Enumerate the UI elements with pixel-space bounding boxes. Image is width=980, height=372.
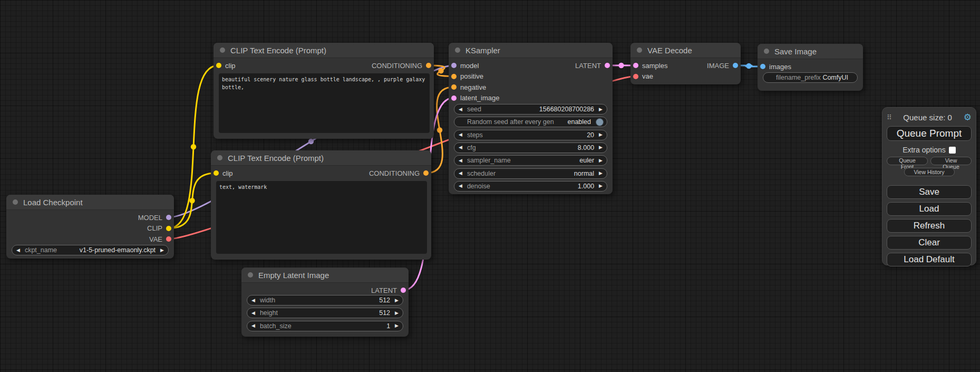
decrement-arrow-icon[interactable]: ◀: [251, 323, 255, 328]
ksampler-widget-seed[interactable]: ◀seed156680208700286▶: [454, 104, 607, 115]
output-port-icon[interactable]: [605, 63, 610, 68]
ksampler-input-model[interactable]: model: [451, 60, 479, 71]
node-ksampler[interactable]: KSamplermodelpositivenegativelatent_imag…: [449, 43, 613, 194]
vae-decode-input-vae[interactable]: vae: [633, 71, 653, 82]
comfyui-canvas[interactable]: { "colors": { "model": "#B39DDB", "clip"…: [0, 0, 980, 372]
output-port-icon[interactable]: [401, 288, 406, 293]
view-history-button[interactable]: View History: [904, 168, 955, 176]
node-save-image[interactable]: Save Imageimagesfilename_prefixComfyUI: [758, 44, 863, 91]
ksampler-widget-cfg[interactable]: ◀cfg8.000▶: [454, 142, 607, 153]
ksampler-widget-scheduler[interactable]: ◀schedulernormal▶: [454, 168, 607, 179]
load-checkpoint-widget-ckpt_name[interactable]: ◀ckpt_namev1-5-pruned-emaonly.ckpt▶: [12, 245, 169, 255]
ksampler-output-LATENT[interactable]: LATENT: [575, 60, 610, 71]
node-title-bar[interactable]: VAE Decode: [630, 43, 741, 58]
decrement-arrow-icon[interactable]: ◀: [16, 248, 20, 253]
clip-encode-positive-input-clip[interactable]: clip: [216, 60, 236, 71]
decrement-arrow-icon[interactable]: ◀: [459, 132, 462, 137]
prompt-textarea[interactable]: text, watermark: [216, 181, 427, 254]
clip-encode-negative-input-clip[interactable]: clip: [214, 168, 233, 178]
view-queue-button[interactable]: View Queue: [930, 157, 972, 165]
empty-latent-widget-width[interactable]: ◀width512▶: [247, 295, 403, 306]
drag-handle-icon[interactable]: ⠿: [887, 114, 892, 121]
clip-encode-positive-output-CONDITIONING[interactable]: CONDITIONING: [372, 60, 431, 71]
collapse-dot-icon[interactable]: [220, 47, 225, 53]
node-empty-latent[interactable]: Empty Latent ImageLATENT◀width512▶◀heigh…: [241, 268, 409, 337]
input-port-icon[interactable]: [633, 74, 638, 79]
load-button[interactable]: Load: [887, 202, 972, 216]
node-title-bar[interactable]: Empty Latent Image: [241, 268, 409, 283]
gear-icon[interactable]: ⚙: [964, 113, 972, 122]
clip-encode-negative-output-CONDITIONING[interactable]: CONDITIONING: [369, 168, 429, 178]
ksampler-widget-steps[interactable]: ◀steps20▶: [454, 130, 607, 140]
output-port-icon[interactable]: [423, 170, 429, 176]
node-title-bar[interactable]: CLIP Text Encode (Prompt): [211, 150, 431, 166]
save-image-input-images[interactable]: images: [760, 61, 791, 72]
decrement-arrow-icon[interactable]: ◀: [251, 298, 255, 303]
input-port-icon[interactable]: [451, 96, 457, 101]
increment-arrow-icon[interactable]: ▶: [599, 132, 603, 137]
vae-decode-input-samples[interactable]: samples: [633, 60, 667, 71]
empty-latent-widget-height[interactable]: ◀height512▶: [247, 308, 403, 318]
save-image-widget-filename_prefix[interactable]: filename_prefixComfyUI: [763, 72, 858, 83]
collapse-dot-icon[interactable]: [637, 47, 642, 53]
node-title-bar[interactable]: Save Image: [758, 44, 863, 59]
load-checkpoint-output-VAE[interactable]: VAE: [149, 234, 171, 244]
prompt-textarea[interactable]: beautiful scenery nature glass bottle la…: [219, 73, 430, 133]
increment-arrow-icon[interactable]: ▶: [395, 323, 399, 328]
output-port-icon[interactable]: [733, 63, 738, 68]
ksampler-widget-sampler_name[interactable]: ◀sampler_nameeuler▶: [454, 155, 607, 166]
empty-latent-widget-batch_size[interactable]: ◀batch_size1▶: [247, 321, 403, 331]
node-vae-decode[interactable]: VAE DecodesamplesvaeIMAGE: [630, 43, 741, 84]
input-port-icon[interactable]: [214, 170, 219, 176]
input-port-icon[interactable]: [451, 74, 457, 79]
increment-arrow-icon[interactable]: ▶: [599, 171, 603, 176]
ksampler-input-positive[interactable]: positive: [451, 71, 483, 82]
output-port-icon[interactable]: [166, 215, 171, 220]
ksampler-input-latent_image[interactable]: latent_image: [451, 93, 499, 103]
empty-latent-output-LATENT[interactable]: LATENT: [371, 285, 406, 295]
output-port-icon[interactable]: [166, 236, 171, 242]
collapse-dot-icon[interactable]: [13, 199, 18, 205]
decrement-arrow-icon[interactable]: ◀: [459, 107, 462, 112]
increment-arrow-icon[interactable]: ▶: [599, 145, 603, 150]
input-port-icon[interactable]: [760, 64, 765, 69]
collapse-dot-icon[interactable]: [764, 49, 769, 54]
load-checkpoint-output-CLIP[interactable]: CLIP: [147, 223, 171, 234]
load-checkpoint-output-MODEL[interactable]: MODEL: [138, 212, 171, 223]
toggle-knob-icon[interactable]: [596, 118, 604, 126]
increment-arrow-icon[interactable]: ▶: [395, 298, 399, 303]
collapse-dot-icon[interactable]: [248, 272, 253, 278]
input-port-icon[interactable]: [451, 63, 457, 68]
decrement-arrow-icon[interactable]: ◀: [251, 311, 255, 316]
ksampler-widget-denoise[interactable]: ◀denoise1.000▶: [454, 181, 607, 192]
output-port-icon[interactable]: [426, 63, 431, 68]
decrement-arrow-icon[interactable]: ◀: [459, 184, 462, 188]
decrement-arrow-icon[interactable]: ◀: [459, 171, 462, 176]
node-title-bar[interactable]: KSampler: [449, 43, 613, 58]
refresh-button[interactable]: Refresh: [887, 219, 972, 233]
output-port-icon[interactable]: [166, 226, 171, 231]
vae-decode-output-IMAGE[interactable]: IMAGE: [707, 60, 738, 71]
input-port-icon[interactable]: [451, 84, 457, 90]
extra-options-checkbox[interactable]: [949, 147, 956, 154]
increment-arrow-icon[interactable]: ▶: [395, 311, 399, 316]
node-title-bar[interactable]: Load Checkpoint: [6, 195, 174, 210]
input-port-icon[interactable]: [633, 63, 638, 68]
collapse-dot-icon[interactable]: [455, 47, 460, 53]
node-title-bar[interactable]: CLIP Text Encode (Prompt): [214, 43, 434, 58]
decrement-arrow-icon[interactable]: ◀: [459, 145, 462, 150]
queue-prompt-button[interactable]: Queue Prompt: [887, 126, 972, 141]
node-clip-encode-negative[interactable]: CLIP Text Encode (Prompt)clipCONDITIONIN…: [211, 150, 431, 260]
load-default-button[interactable]: Load Default: [887, 253, 972, 266]
clear-button[interactable]: Clear: [887, 236, 972, 250]
increment-arrow-icon[interactable]: ▶: [160, 248, 164, 253]
decrement-arrow-icon[interactable]: ◀: [459, 158, 462, 163]
input-port-icon[interactable]: [216, 63, 221, 68]
increment-arrow-icon[interactable]: ▶: [599, 158, 603, 163]
ksampler-input-negative[interactable]: negative: [451, 82, 486, 92]
save-button[interactable]: Save: [887, 185, 972, 199]
increment-arrow-icon[interactable]: ▶: [599, 184, 603, 188]
node-clip-encode-positive[interactable]: CLIP Text Encode (Prompt)clipCONDITIONIN…: [214, 43, 434, 139]
queue-front-button[interactable]: Queue Front: [887, 157, 928, 165]
collapse-dot-icon[interactable]: [217, 155, 222, 160]
